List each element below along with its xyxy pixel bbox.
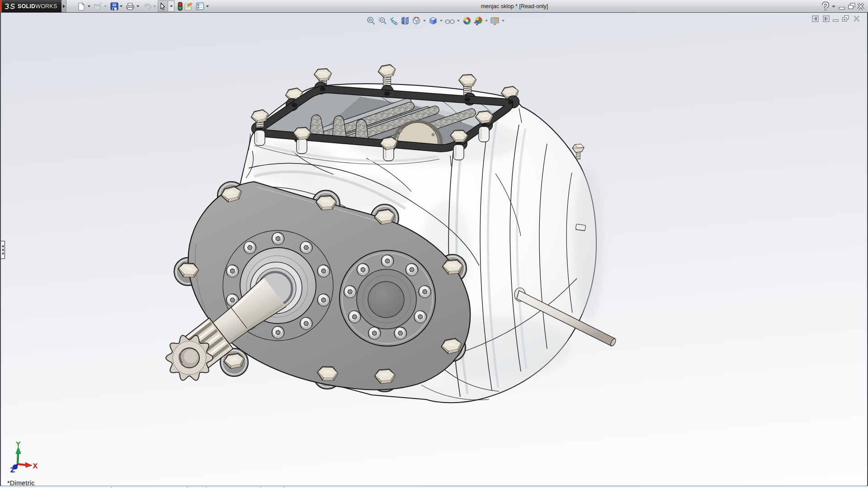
document-title: menjac sklop * [Read-only] xyxy=(447,0,582,12)
options-dropdown[interactable] xyxy=(205,2,210,11)
zoom-to-area-icon xyxy=(378,16,387,25)
edit-appearance-button[interactable] xyxy=(462,15,472,26)
help-icon[interactable] xyxy=(823,3,828,11)
doc-close-icon[interactable] xyxy=(854,16,859,22)
save-button[interactable] xyxy=(110,2,119,11)
window-controls-icons xyxy=(811,1,868,11)
socket-bolt xyxy=(317,294,330,306)
orientation-triad xyxy=(13,447,33,469)
socket-bolt xyxy=(272,326,284,338)
socket-bolt xyxy=(244,242,256,254)
open-button[interactable] xyxy=(94,2,103,11)
rebuild-button[interactable] xyxy=(175,2,184,11)
collapse-feature-pane-icon[interactable] xyxy=(812,16,818,22)
window-controls[interactable] xyxy=(811,1,868,13)
previous-view-icon xyxy=(389,16,399,25)
document-controls[interactable] xyxy=(809,14,864,25)
socket-bolt xyxy=(414,311,426,323)
select-cursor-icon xyxy=(160,2,166,10)
hide-show-items-button[interactable] xyxy=(444,15,455,26)
new-document-dropdown[interactable] xyxy=(86,2,92,11)
socket-bolt xyxy=(344,286,356,298)
save-icon xyxy=(110,2,118,10)
apply-scene-icon xyxy=(474,16,483,25)
file-properties-icon xyxy=(184,2,193,11)
triad-x-label: X xyxy=(33,462,38,469)
triad-y-label: Y xyxy=(16,441,20,448)
graphics-viewport[interactable]: Y X Z *Dimetric xyxy=(0,13,868,486)
help-dropdown-caret[interactable] xyxy=(832,6,835,8)
select-tool-group xyxy=(158,0,175,12)
view-settings-icon xyxy=(490,16,500,25)
print-button[interactable] xyxy=(126,2,135,11)
select-tool-button[interactable] xyxy=(158,1,168,11)
section-view-button[interactable] xyxy=(400,15,410,26)
traffic-light-icon xyxy=(178,2,183,11)
options-icon xyxy=(196,2,204,10)
print-icon xyxy=(126,2,135,10)
new-document-button[interactable] xyxy=(77,2,86,11)
socket-bolt xyxy=(419,286,431,298)
collapsed-panel-tab[interactable] xyxy=(0,241,5,259)
apply-scene-dropdown[interactable] xyxy=(484,15,489,26)
close-icon[interactable] xyxy=(858,4,863,9)
section-view-icon xyxy=(401,16,410,25)
status-bar xyxy=(0,486,868,488)
edit-appearance-icon xyxy=(462,16,472,25)
view-settings-button[interactable] xyxy=(490,15,500,26)
socket-bolt xyxy=(226,265,239,277)
solidworks-window: SOLIDWORKS menjac sklop * [Read-only] xyxy=(0,0,868,488)
previous-view-button[interactable] xyxy=(388,15,399,26)
hide-show-items-dropdown[interactable] xyxy=(456,15,461,26)
minimize-icon[interactable] xyxy=(839,7,844,9)
open-dropdown[interactable] xyxy=(103,2,108,11)
socket-bolt xyxy=(368,327,381,339)
open-folder-icon xyxy=(94,2,103,11)
view-orientation-label: *Dimetric xyxy=(7,479,35,486)
undo-icon xyxy=(143,2,152,10)
quick-access-toolbar xyxy=(0,0,271,12)
triad-z-label: Z xyxy=(10,466,15,474)
options-button[interactable] xyxy=(195,2,204,11)
viewport-3d-scene[interactable]: Y X Z xyxy=(1,13,868,486)
doc-minimize-icon[interactable] xyxy=(833,20,838,22)
socket-bolt xyxy=(382,255,394,267)
view-orientation-button[interactable] xyxy=(411,15,421,26)
new-document-icon xyxy=(77,2,85,11)
expand-feature-pane-icon[interactable] xyxy=(823,16,829,22)
display-style-button[interactable] xyxy=(428,15,438,26)
file-properties-button[interactable] xyxy=(184,2,193,11)
zoom-to-fit-icon xyxy=(367,16,376,25)
title-bar: SOLIDWORKS menjac sklop * [Read-only] xyxy=(0,0,868,13)
headsup-view-toolbar xyxy=(365,15,506,27)
view-orientation-icon xyxy=(411,16,421,25)
display-style-icon xyxy=(429,16,438,25)
undo-dropdown[interactable] xyxy=(152,2,157,11)
hide-show-items-icon xyxy=(444,16,455,25)
socket-bolt xyxy=(394,327,406,339)
undo-button[interactable] xyxy=(143,2,152,11)
restore-icon[interactable] xyxy=(849,3,855,9)
print-dropdown[interactable] xyxy=(135,2,141,11)
apply-scene-button[interactable] xyxy=(473,15,483,26)
side-stud xyxy=(576,224,586,231)
zoom-to-area-button[interactable] xyxy=(377,15,387,26)
doc-restore-icon[interactable] xyxy=(843,16,849,22)
socket-bolt xyxy=(300,318,312,330)
socket-bolt xyxy=(406,263,418,276)
view-settings-dropdown[interactable] xyxy=(500,15,506,26)
document-window-controls xyxy=(809,14,864,23)
display-style-dropdown[interactable] xyxy=(439,15,444,26)
select-tool-dropdown[interactable] xyxy=(168,1,174,11)
socket-bolt xyxy=(317,265,330,277)
socket-bolt xyxy=(349,311,361,323)
socket-bolt xyxy=(300,242,312,254)
save-dropdown[interactable] xyxy=(118,2,124,11)
view-orientation-dropdown[interactable] xyxy=(422,15,427,26)
socket-bolt xyxy=(272,233,284,245)
socket-bolt xyxy=(357,263,369,276)
zoom-to-fit-button[interactable] xyxy=(366,15,376,26)
